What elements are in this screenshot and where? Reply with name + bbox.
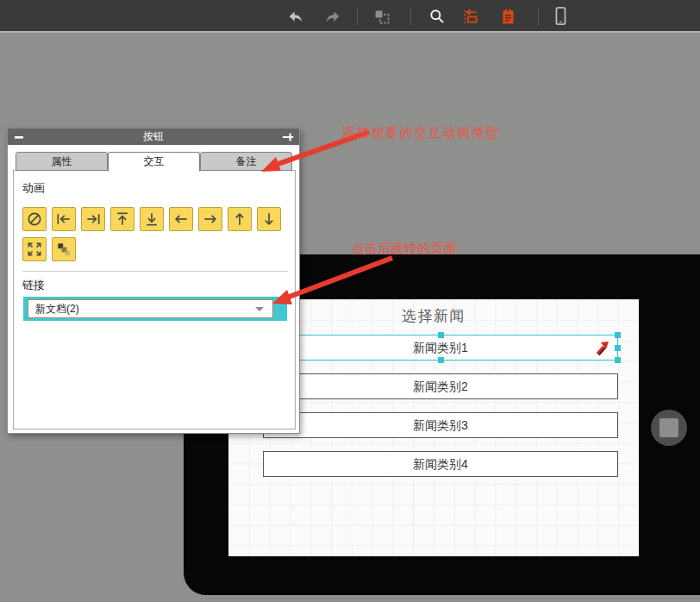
anim-slide-to-top-button[interactable] bbox=[110, 207, 134, 231]
tab-properties[interactable]: 属性 bbox=[16, 152, 108, 171]
undo-icon[interactable] bbox=[286, 7, 305, 26]
snap-widget-icon[interactable] bbox=[461, 7, 480, 26]
anim-move-right-button[interactable] bbox=[198, 207, 222, 231]
phone-preview-icon[interactable] bbox=[551, 7, 570, 26]
tablet-home-button[interactable] bbox=[651, 410, 687, 446]
anim-zoom-button[interactable] bbox=[22, 237, 47, 261]
link-section-label: 链接 bbox=[22, 278, 45, 293]
news-category-button-4[interactable]: 新闻类别4 bbox=[263, 451, 618, 477]
annotation-animation-note: 添加想要的交互动画类型 bbox=[342, 125, 500, 141]
app-root: 选择新闻 新闻类别1 新闻类别2 新闻类别3 bbox=[0, 0, 700, 602]
link-target-value: 新文档(2) bbox=[28, 302, 255, 317]
animation-section-label: 动画 bbox=[22, 180, 45, 196]
anim-slide-to-right-button[interactable] bbox=[81, 207, 105, 231]
toolbar-divider bbox=[357, 8, 358, 25]
anim-move-down-button[interactable] bbox=[257, 207, 281, 231]
news-category-button-3[interactable]: 新闻类别3 bbox=[263, 412, 618, 438]
tab-notes[interactable]: 备注 bbox=[200, 152, 292, 171]
pin-panel-icon[interactable] bbox=[277, 129, 299, 145]
interaction-link-cursor-icon bbox=[595, 341, 610, 357]
toolbar bbox=[0, 0, 700, 33]
minimize-icon[interactable] bbox=[8, 129, 30, 145]
redo-icon[interactable] bbox=[322, 7, 341, 26]
anim-none-button[interactable] bbox=[22, 207, 47, 231]
news-category-button-1[interactable]: 新闻类别1 bbox=[263, 335, 618, 361]
anim-fade-button[interactable] bbox=[52, 237, 76, 261]
anim-move-left-button[interactable] bbox=[169, 207, 193, 231]
panel-title: 按钮 bbox=[30, 129, 277, 144]
panel-titlebar[interactable]: 按钮 bbox=[8, 129, 299, 145]
toolbar-divider bbox=[538, 8, 539, 25]
interaction-tab-content: 动画 bbox=[13, 170, 296, 430]
link-select-highlight: 新文档(2) bbox=[23, 297, 287, 321]
search-icon[interactable] bbox=[428, 7, 447, 26]
animation-options-row-2 bbox=[22, 237, 76, 261]
link-target-dropdown[interactable]: 新文档(2) bbox=[28, 299, 273, 318]
news-category-button-2[interactable]: 新闻类别2 bbox=[263, 373, 618, 399]
anim-slide-to-bottom-button[interactable] bbox=[140, 207, 164, 231]
section-divider bbox=[22, 271, 288, 272]
anim-move-up-button[interactable] bbox=[228, 207, 252, 231]
anim-slide-to-left-button[interactable] bbox=[52, 207, 76, 231]
animation-options-row bbox=[22, 207, 281, 231]
chevron-down-icon bbox=[255, 307, 264, 311]
home-button-square bbox=[659, 418, 678, 437]
group-icon[interactable] bbox=[372, 7, 391, 26]
toolbar-divider bbox=[410, 8, 411, 25]
properties-panel: 按钮 属性 交互 备注 动画 bbox=[7, 128, 300, 434]
tab-interaction[interactable]: 交互 bbox=[108, 152, 200, 172]
annotation-link-note: 点击后跳转的页面 bbox=[352, 241, 457, 257]
clipboard-icon[interactable] bbox=[498, 7, 517, 26]
panel-tabs: 属性 交互 备注 bbox=[16, 152, 293, 171]
